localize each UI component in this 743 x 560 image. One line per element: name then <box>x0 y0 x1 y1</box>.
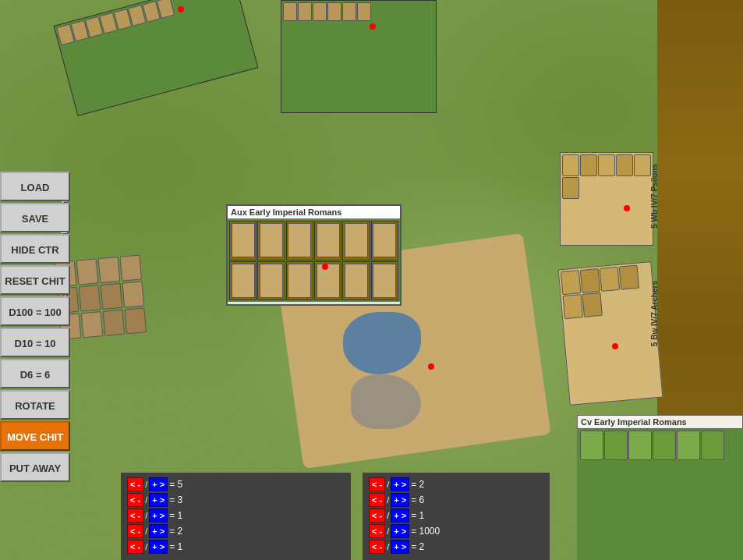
stat-plus-5[interactable]: + > <box>149 540 168 554</box>
stat-row-right-1: < - / + > = 2 <box>369 477 543 491</box>
stat-r-plus-4[interactable]: + > <box>391 524 409 538</box>
unit-chit-2 <box>257 221 285 261</box>
stat-r-plus-3[interactable]: + > <box>391 509 409 523</box>
popup-grid <box>228 219 400 302</box>
stat-r-sep-1: / <box>387 480 389 489</box>
right-panel-top-label: 5 Wb IV/7 Psilons <box>650 164 659 229</box>
troop-display-top-left <box>55 0 239 48</box>
troop-figure <box>98 257 121 283</box>
stat-r-minus-3[interactable]: < - <box>369 509 385 523</box>
troop-figure <box>283 2 297 21</box>
stat-value-3: = 1 <box>169 510 182 521</box>
troop-figure <box>313 2 327 21</box>
unit-panel-right-top <box>560 152 653 246</box>
d10-button[interactable]: D10 = 10 <box>0 328 70 357</box>
stat-r-value-4: = 1000 <box>411 526 440 537</box>
troop-figure <box>342 2 356 21</box>
reset-chit-button[interactable]: RESET CHIT <box>0 265 70 295</box>
troop-figure <box>619 265 640 290</box>
red-dot-top-center <box>370 23 376 30</box>
stat-row-left-4: < - / + > = 2 <box>127 524 345 538</box>
stat-r-sep-2: / <box>387 495 389 505</box>
stat-r-minus-1[interactable]: < - <box>369 477 385 491</box>
unit-chit-11 <box>342 261 370 301</box>
stats-panel-left: < - / + > = 5 < - / + > = 3 < - / + > = … <box>121 473 351 560</box>
stat-r-plus-1[interactable]: + > <box>391 477 409 491</box>
stat-plus-4[interactable]: + > <box>149 524 168 538</box>
troop-figure <box>81 311 104 338</box>
load-button[interactable]: LOAD <box>0 172 70 201</box>
stat-r-minus-4[interactable]: < - <box>369 524 385 538</box>
stat-plus-3[interactable]: + > <box>149 509 168 523</box>
stat-r-sep-3: / <box>387 511 389 520</box>
stat-sep-2: / <box>145 495 147 505</box>
unit-chit-8 <box>257 261 285 301</box>
red-dot-right-top <box>624 205 630 211</box>
stat-minus-3[interactable]: < - <box>127 509 143 523</box>
stats-panel-right: < - / + > = 2 < - / + > = 6 < - / + > = … <box>363 473 550 560</box>
unit-chit-3 <box>286 221 313 261</box>
unit-chit-7 <box>229 261 257 301</box>
stat-row-right-5: < - / + > = 2 <box>369 540 543 554</box>
unit-tile-top-left <box>54 0 259 116</box>
cavalry-figure <box>653 431 676 460</box>
troop-figure <box>101 283 123 310</box>
stat-plus-2[interactable]: + > <box>149 493 168 507</box>
stat-row-right-4: < - / + > = 1000 <box>369 524 543 538</box>
stat-row-left-2: < - / + > = 3 <box>127 493 345 507</box>
troop-figure <box>562 154 579 176</box>
stat-minus-4[interactable]: < - <box>127 524 143 538</box>
rotate-button[interactable]: ROTATE <box>0 390 70 420</box>
popup-title: Aux Early Imperial Romans <box>228 206 400 219</box>
troop-figure <box>634 154 651 176</box>
troop-figure <box>616 154 633 176</box>
stat-value-4: = 2 <box>169 526 182 537</box>
stat-r-value-3: = 1 <box>411 510 424 521</box>
troop-figure <box>79 285 101 311</box>
troop-figure <box>598 154 615 176</box>
stat-sep-4: / <box>145 526 147 536</box>
troop-figure <box>298 2 312 21</box>
save-button[interactable]: SAVE <box>0 203 70 232</box>
stat-plus-1[interactable]: + > <box>149 477 168 491</box>
stat-sep-1: / <box>145 480 147 489</box>
d100-button[interactable]: D100 = 100 <box>0 296 70 326</box>
stat-r-sep-5: / <box>387 542 389 551</box>
stat-row-right-2: < - / + > = 6 <box>369 493 543 507</box>
unit-popup[interactable]: Aux Early Imperial Romans <box>226 204 402 306</box>
red-dot-popup <box>322 264 328 270</box>
stat-minus-2[interactable]: < - <box>127 493 143 507</box>
move-chit-button[interactable]: MOVE CHIT <box>0 421 70 451</box>
troop-display-right-bottom <box>559 262 655 321</box>
put-away-button[interactable]: PUT AWAY <box>0 452 70 482</box>
stat-value-1: = 5 <box>169 479 182 490</box>
troop-display-right-top <box>561 153 653 200</box>
troop-figure <box>580 154 597 176</box>
hide-ctr-button[interactable]: HIDE CTR <box>0 234 70 264</box>
troop-figure <box>124 307 147 334</box>
stat-r-plus-2[interactable]: + > <box>391 493 409 507</box>
control-panel: LOAD SAVE HIDE CTR RESET CHIT D100 = 100… <box>0 172 70 482</box>
unit-chit-1 <box>229 221 257 261</box>
cavalry-figure <box>701 431 724 460</box>
stat-row-left-3: < - / + > = 1 <box>127 509 345 523</box>
cavalry-unit-display <box>577 427 743 560</box>
stat-row-right-3: < - / + > = 1 <box>369 509 543 523</box>
unit-column-left <box>55 253 172 448</box>
unit-panel-right-bottom <box>558 261 663 406</box>
troop-figure <box>580 268 601 293</box>
stat-r-minus-5[interactable]: < - <box>369 540 385 554</box>
stat-minus-1[interactable]: < - <box>127 477 143 491</box>
stat-r-value-2: = 6 <box>411 494 424 505</box>
stat-r-minus-2[interactable]: < - <box>369 493 385 507</box>
stat-minus-5[interactable]: < - <box>127 540 143 554</box>
unit-chit-9 <box>286 261 313 301</box>
unit-chit-5 <box>342 221 370 261</box>
stat-r-value-5: = 2 <box>411 541 424 552</box>
d6-button[interactable]: D6 = 6 <box>0 359 70 388</box>
red-dot-top-left <box>178 6 184 12</box>
stat-r-plus-5[interactable]: + > <box>391 540 409 554</box>
stat-row-left-1: < - / + > = 5 <box>127 477 345 491</box>
cv-label: Cv Early Imperial Romans <box>577 415 743 429</box>
troop-figure <box>327 2 341 21</box>
